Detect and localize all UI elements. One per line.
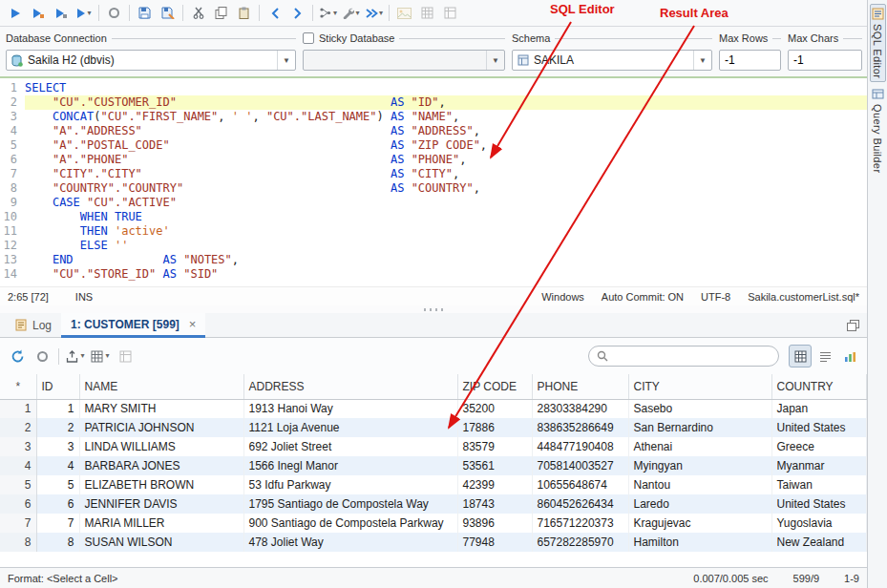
sticky-database-checkbox[interactable] — [303, 32, 314, 44]
grid-settings-button[interactable] — [439, 3, 461, 24]
code-line[interactable]: 13 END AS "NOTES", — [0, 253, 867, 267]
cell[interactable]: 657282285970 — [532, 533, 628, 552]
row-number[interactable]: 5 — [0, 475, 36, 494]
back-button[interactable] — [264, 3, 285, 24]
code-line[interactable]: 10 WHEN TRUE — [0, 210, 867, 224]
cell[interactable]: 42399 — [457, 475, 532, 494]
cell[interactable]: Sasebo — [628, 399, 771, 418]
table-row[interactable]: 77MARIA MILLER900 Santiago de Compostela… — [0, 514, 867, 533]
cell[interactable]: 18743 — [457, 494, 532, 514]
cell[interactable]: SUSAN WILSON — [79, 533, 243, 552]
export-grid-button[interactable]: ▾ — [64, 345, 87, 368]
cell[interactable]: Myanmar — [771, 456, 867, 475]
chart-view-button[interactable] — [838, 345, 861, 368]
cell[interactable]: ELIZABETH BROWN — [79, 475, 243, 494]
cell[interactable]: 10655648674 — [532, 475, 628, 494]
cell[interactable]: 692 Joliet Street — [243, 437, 457, 456]
cell[interactable]: 716571220373 — [532, 514, 628, 533]
execute-buffer-button[interactable] — [50, 3, 72, 24]
cut-button[interactable] — [187, 3, 209, 24]
column-header-phone[interactable]: PHONE — [532, 374, 628, 399]
row-number[interactable]: 7 — [0, 514, 36, 533]
tools-button[interactable]: ▾ — [340, 3, 362, 24]
cell[interactable]: 93896 — [457, 514, 532, 533]
column-header-name[interactable]: NAME — [79, 374, 243, 399]
cell[interactable]: 53 Idfu Parkway — [243, 475, 457, 494]
cell[interactable]: 860452626434 — [532, 494, 628, 514]
column-header-zip-code[interactable]: ZIP CODE — [457, 374, 532, 399]
cell-format-indicator[interactable]: Format: <Select a Cell> — [8, 573, 118, 584]
tab-log[interactable]: Log — [6, 313, 61, 337]
row-number[interactable]: 8 — [0, 533, 36, 552]
save-button[interactable] — [134, 3, 156, 24]
cell[interactable]: Hamilton — [628, 533, 771, 552]
reload-button[interactable] — [6, 345, 29, 368]
grid-export-button[interactable] — [416, 3, 438, 24]
cell[interactable]: 35200 — [457, 399, 532, 418]
table-row[interactable]: 11MARY SMITH1913 Hanoi Way35200283033842… — [0, 399, 867, 418]
cell[interactable]: LINDA WILLIAMS — [79, 437, 243, 456]
row-number[interactable]: 4 — [0, 456, 36, 475]
cell[interactable]: Athenai — [628, 437, 771, 456]
bind-variables-button[interactable]: ▾ — [317, 3, 339, 24]
cell[interactable]: 1795 Santiago de Compostela Way — [243, 494, 457, 514]
cell[interactable]: Greece — [771, 437, 867, 456]
column-header-address[interactable]: ADDRESS — [243, 374, 457, 399]
cell[interactable]: United States — [771, 494, 867, 514]
cell[interactable]: Japan — [771, 399, 867, 418]
cell[interactable]: 7 — [36, 514, 79, 533]
sticky-database-select[interactable]: ▼ — [303, 50, 505, 71]
code-line[interactable]: 9 CASE "CU"."ACTIVE" — [0, 196, 867, 210]
code-line[interactable]: 11 THEN 'active' — [0, 224, 867, 239]
cell[interactable]: 1566 Inegl Manor — [243, 456, 457, 475]
code-line[interactable]: 8 "COUNTRY"."COUNTRY" AS "COUNTRY", — [0, 181, 867, 196]
cell[interactable]: MARIA MILLER — [79, 514, 243, 533]
code-line[interactable]: 6 "A"."PHONE" AS "PHONE", — [0, 153, 867, 167]
execute-current-button[interactable] — [27, 3, 49, 24]
float-window-button[interactable] — [839, 313, 867, 337]
sql-editor[interactable]: 1SELECT2 "CU"."CUSTOMER_ID" AS "ID",3 CO… — [0, 78, 867, 286]
cell[interactable]: 2 — [36, 418, 79, 437]
copy-button[interactable] — [210, 3, 232, 24]
close-icon[interactable]: × — [189, 317, 197, 331]
cell[interactable]: 83579 — [457, 437, 532, 456]
code-line[interactable]: 2 "CU"."CUSTOMER_ID" AS "ID", — [0, 95, 867, 110]
column-header-id[interactable]: ID — [36, 374, 79, 399]
cell[interactable]: United States — [771, 418, 867, 437]
table-row[interactable]: 22PATRICIA JOHNSON1121 Loja Avenue178868… — [0, 418, 867, 437]
cell[interactable]: 17886 — [457, 418, 532, 437]
code-line[interactable]: 3 CONCAT("CU"."FIRST_NAME", ' ', "CU"."L… — [0, 110, 867, 124]
cell[interactable]: 1121 Loja Avenue — [243, 418, 457, 437]
max-chars-input[interactable] — [793, 53, 856, 67]
cell[interactable]: 448477190408 — [532, 437, 628, 456]
cell[interactable]: New Zealand — [771, 533, 867, 552]
forward-button[interactable] — [286, 3, 308, 24]
grid-search-input[interactable] — [613, 349, 771, 363]
cell[interactable]: JENNIFER DAVIS — [79, 494, 243, 514]
column-header-city[interactable]: CITY — [628, 374, 771, 399]
splitter-handle[interactable] — [0, 305, 867, 313]
cell[interactable]: 5 — [36, 475, 79, 494]
code-line[interactable]: 4 "A"."ADDRESS" AS "ADDRESS", — [0, 124, 867, 138]
stop-button[interactable] — [31, 345, 53, 368]
cell[interactable]: 4 — [36, 456, 79, 475]
row-number[interactable]: 6 — [0, 494, 36, 514]
row-number[interactable]: 1 — [0, 399, 36, 418]
table-row[interactable]: 44BARBARA JONES1566 Inegl Manor535617058… — [0, 456, 867, 475]
database-connection-select[interactable]: Sakila H2 (dbvis) ▼ — [6, 50, 296, 71]
tab-result-customer[interactable]: 1: CUSTOMER [599] × — [61, 313, 205, 338]
cell[interactable]: Kragujevac — [628, 514, 771, 533]
grid-view-button[interactable] — [789, 345, 812, 368]
cell[interactable]: 8 — [36, 533, 79, 552]
export-image-button[interactable] — [393, 3, 415, 24]
execute-menu-button[interactable]: ▾ — [73, 3, 95, 24]
cell[interactable]: 478 Joliet Way — [243, 533, 457, 552]
compare-grid-button[interactable] — [114, 345, 137, 368]
column-header-country[interactable]: COUNTRY — [771, 374, 867, 399]
table-row[interactable]: 66JENNIFER DAVIS1795 Santiago de Compost… — [0, 494, 867, 514]
cell[interactable]: 1 — [36, 399, 79, 418]
cell[interactable]: 705814003527 — [532, 456, 628, 475]
code-line[interactable]: 1SELECT — [0, 81, 867, 95]
row-number[interactable]: 3 — [0, 437, 36, 456]
table-row[interactable]: 55ELIZABETH BROWN53 Idfu Parkway42399106… — [0, 475, 867, 494]
